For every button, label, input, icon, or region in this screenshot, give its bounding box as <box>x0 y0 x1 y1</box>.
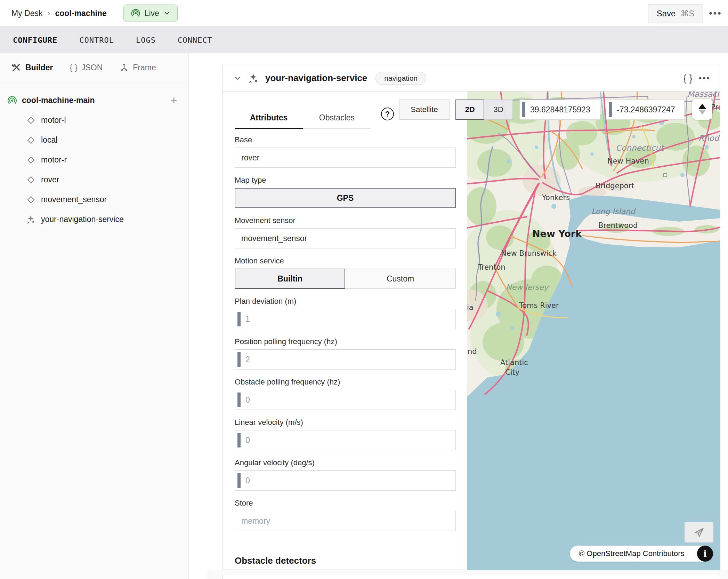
movement-sensor-input[interactable]: movement_sensor <box>235 228 456 248</box>
base-label: Base <box>235 136 456 144</box>
map-label: Massachu <box>687 92 720 98</box>
tab-configure[interactable]: CONFIGURE <box>13 36 57 45</box>
view-json[interactable]: { } JSON <box>70 63 103 72</box>
edit-json-button[interactable]: { } <box>683 73 692 84</box>
motion-service-label: Motion service <box>235 257 456 265</box>
map-3d-button[interactable]: 3D <box>484 100 513 120</box>
tree-item-navigation-service[interactable]: your-navigation-service <box>0 209 188 229</box>
map-label: Connecticut <box>616 143 665 152</box>
tab-obstacles[interactable]: Obstacles <box>303 107 371 128</box>
navigation-service-card: your-navigation-service navigation { } •… <box>223 65 720 570</box>
save-button[interactable]: Save ⌘S <box>648 4 703 23</box>
map-2d-button[interactable]: 2D <box>455 100 484 120</box>
satellite-toggle-button[interactable]: Satellite <box>399 100 450 120</box>
map-dimension-toggle: 2D 3D <box>455 100 513 120</box>
zoom-stepper[interactable] <box>692 99 712 120</box>
help-icon[interactable]: ? <box>381 108 394 120</box>
tab-logs[interactable]: LOGS <box>136 36 156 45</box>
map-label: New Jersey <box>506 283 549 292</box>
map-label: New Brunswick <box>501 249 557 257</box>
movement-sensor-label: Movement sensor <box>235 217 456 224</box>
obstacle-polling-input[interactable]: 0 <box>235 390 456 410</box>
field-motion-service: Motion service Builtin Custom <box>235 257 456 289</box>
panel-divider <box>206 53 206 579</box>
map-label: New Haven <box>607 157 649 165</box>
field-store: Store memory <box>235 499 456 531</box>
position-polling-input[interactable]: 2 <box>235 349 456 370</box>
obstacle-detectors-heading: Obstacle detectors <box>235 555 456 566</box>
main-tab-bar: CONFIGURE CONTROL LOGS CONNECT <box>0 27 728 53</box>
map-label: Atlantic <box>500 358 528 367</box>
plan-deviation-input[interactable]: 1 <box>235 309 456 329</box>
tree-item-label: motor-r <box>41 155 67 165</box>
card-menu-button[interactable]: ••• <box>699 73 713 83</box>
machine-part-tree: cool-machine-main + motor-l local motor-… <box>0 82 188 229</box>
field-linear-velocity: Linear velocity (m/s) 0 <box>235 419 456 450</box>
live-status-dropdown[interactable]: Live <box>123 5 178 22</box>
linear-velocity-input[interactable]: 0 <box>235 430 456 450</box>
card-header: your-navigation-service navigation { } •… <box>223 65 720 92</box>
position-polling-label: Position polling frequency (hz) <box>235 338 456 346</box>
navigation-map[interactable]: MassachuProRhodConnecticutNew HavenBridg… <box>467 92 720 570</box>
map-marker <box>664 174 667 177</box>
map-label: Trenton <box>478 263 505 271</box>
service-title: your-navigation-service <box>265 73 367 84</box>
recenter-map-button[interactable] <box>685 522 713 542</box>
latitude-input[interactable]: 39.62848175923 <box>519 100 600 120</box>
base-input[interactable]: rover <box>235 148 456 168</box>
collapse-chevron-icon[interactable] <box>233 74 242 82</box>
field-movement-sensor: Movement sensor movement_sensor <box>235 217 456 248</box>
component-diamond-icon <box>26 175 36 185</box>
field-base: Base rover <box>235 136 456 168</box>
tree-item-local[interactable]: local <box>0 130 188 150</box>
live-label: Live <box>145 9 159 18</box>
breadcrumb-machine-name: cool-machine <box>55 9 106 18</box>
view-builder[interactable]: Builder <box>11 62 53 73</box>
next-card-edge <box>223 575 720 579</box>
map-label: Toms River <box>519 301 559 310</box>
attribution-link[interactable]: © OpenStreetMap Contributors <box>579 549 685 558</box>
tab-control[interactable]: CONTROL <box>79 36 114 45</box>
navigation-service-icon <box>248 73 259 84</box>
braces-icon: { } <box>70 63 78 72</box>
tree-item-motor-l[interactable]: motor-l <box>0 110 188 130</box>
store-input[interactable]: memory <box>235 511 456 531</box>
tree-item-rover[interactable]: rover <box>0 170 188 190</box>
tab-attributes[interactable]: Attributes <box>235 107 303 128</box>
view-toggle: Builder { } JSON Frame <box>0 53 188 82</box>
field-map-type: Map type GPS <box>235 176 456 208</box>
navigation-service-icon <box>26 215 36 224</box>
tools-icon <box>11 62 22 73</box>
longitude-input[interactable]: -73.2486397247 <box>606 100 685 120</box>
service-type-badge: navigation <box>375 72 426 85</box>
map-label: ia <box>467 303 474 312</box>
breadcrumb-my-desk[interactable]: My Desk <box>11 9 42 18</box>
component-diamond-icon <box>26 116 36 125</box>
tree-item-movement-sensor[interactable]: movement_sensor <box>0 190 188 209</box>
map-label: Long Island <box>591 207 636 216</box>
map-type-gps-button[interactable]: GPS <box>235 188 456 208</box>
tree-item-motor-r[interactable]: motor-r <box>0 150 188 170</box>
component-diamond-icon <box>26 195 36 205</box>
step-down-icon <box>699 110 705 115</box>
info-icon[interactable]: i <box>697 546 713 562</box>
angular-velocity-input[interactable]: 0 <box>235 470 456 491</box>
view-frame[interactable]: Frame <box>119 63 156 72</box>
frame-axes-icon <box>119 63 129 72</box>
add-component-button[interactable]: + <box>167 93 181 107</box>
attribute-tabs: Attributes Obstacles <box>235 107 371 129</box>
tab-connect[interactable]: CONNECT <box>178 36 212 45</box>
view-frame-label: Frame <box>133 63 156 72</box>
store-label: Store <box>235 499 456 507</box>
top-bar: My Desk › cool-machine Live Save ⌘S ••• <box>0 0 728 27</box>
view-builder-label: Builder <box>25 63 53 72</box>
more-options-button[interactable]: ••• <box>703 4 728 23</box>
builtin-button[interactable]: Builtin <box>235 269 345 289</box>
map-label: New York <box>532 228 582 239</box>
tree-item-machine-main[interactable]: cool-machine-main + <box>0 90 188 110</box>
tree-item-label: rover <box>41 175 59 184</box>
tree-item-label: movement_sensor <box>41 195 107 204</box>
attributes-form: Base rover Map type GPS Movement sensor … <box>235 136 456 566</box>
custom-button[interactable]: Custom <box>345 269 456 289</box>
breadcrumb-chevron-icon: › <box>47 8 50 18</box>
